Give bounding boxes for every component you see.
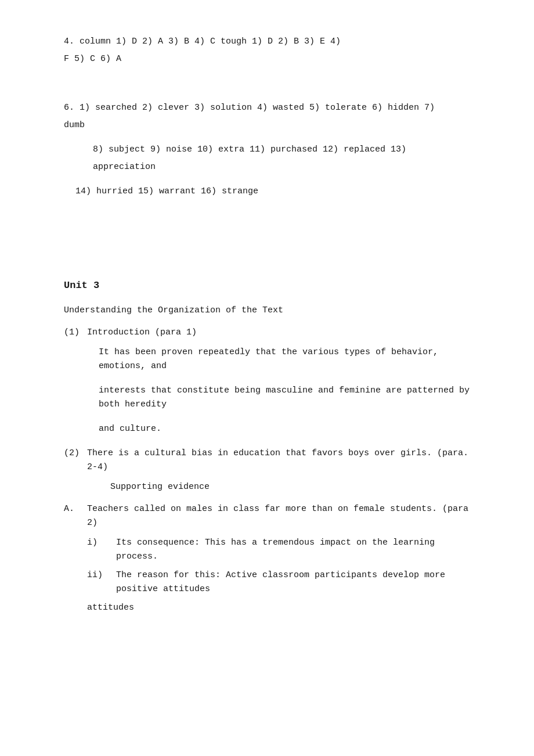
item-ii-num: ii) [87, 568, 116, 596]
item-i: i) Its consequence: This has a tremendou… [87, 536, 476, 564]
item-ii-cont: attitudes [87, 601, 476, 615]
item-1-text3: and culture. [99, 422, 476, 436]
section-4: 4. column 1) D 2) A 3) B 4) C tough 1) D… [64, 35, 476, 66]
section6-line1b: dumb [64, 118, 476, 132]
item-2: (2) There is a cultural bias in educatio… [64, 447, 476, 474]
item-1-text-block: It has been proven repeatedly that the v… [99, 345, 476, 436]
item-1-num: (1) [64, 326, 87, 340]
item-A-text: Teachers called on males in class far mo… [87, 502, 476, 530]
unit-subtitle: Understanding the Organization of the Te… [64, 304, 476, 318]
item-ii: ii) The reason for this: Active classroo… [87, 568, 476, 596]
section6-line2b: appreciation [93, 160, 476, 174]
unit-section: Unit 3 Understanding the Organization of… [64, 278, 476, 615]
item-i-num: i) [87, 536, 116, 564]
section6-line1: 6. 1) searched 2) clever 3) solution 4) … [64, 101, 476, 115]
section6-line3: 14) hurried 15) warrant 16) strange [75, 185, 476, 199]
item-2-num: (2) [64, 447, 87, 474]
page-content: 4. column 1) D 2) A 3) B 4) C tough 1) D… [64, 35, 476, 615]
item-2-sub-label: Supporting evidence [110, 480, 476, 494]
section6-line2: 8) subject 9) noise 10) extra 11) purcha… [93, 143, 476, 157]
item-A-alpha: A. [64, 502, 87, 530]
item-1: (1) Introduction (para 1) [64, 326, 476, 340]
item-1-text1: It has been proven repeatedly that the v… [99, 345, 476, 373]
section-6: 6. 1) searched 2) clever 3) solution 4) … [64, 101, 476, 199]
item-ii-text: The reason for this: Active classroom pa… [116, 568, 476, 596]
section4-line2: F 5) C 6) A [64, 52, 476, 66]
item-1-label: Introduction (para 1) [87, 326, 476, 340]
item-1-text2: interests that constitute being masculin… [99, 384, 476, 412]
item-i-text: Its consequence: This has a tremendous i… [116, 536, 476, 564]
item-2-text: There is a cultural bias in education th… [87, 447, 476, 474]
item-A: A. Teachers called on males in class far… [64, 502, 476, 530]
unit-title: Unit 3 [64, 278, 476, 293]
section4-line1: 4. column 1) D 2) A 3) B 4) C tough 1) D… [64, 35, 476, 49]
item-2-sub: Supporting evidence [110, 480, 476, 494]
